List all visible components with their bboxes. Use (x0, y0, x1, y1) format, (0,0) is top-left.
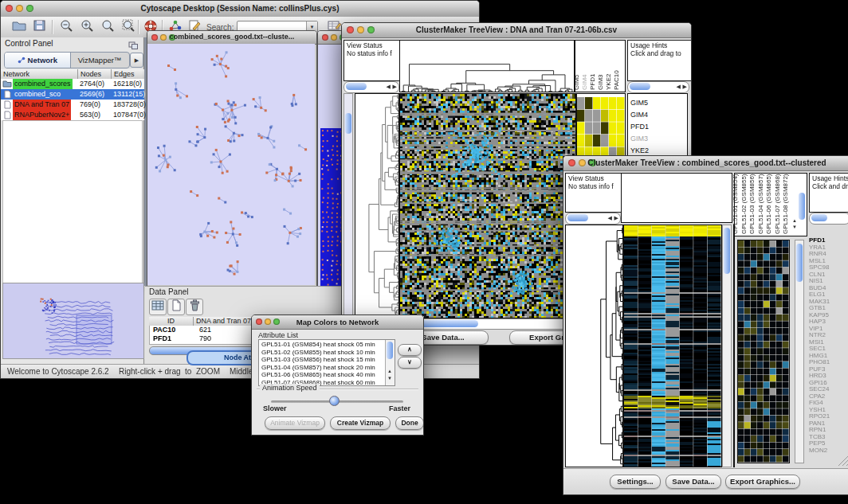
attribute-grid-icon[interactable] (149, 299, 167, 315)
scroll-right-icon[interactable]: ▶ (393, 83, 397, 91)
animate-vizmap-button[interactable]: Animate Vizmap (265, 416, 325, 430)
scroll-left-icon[interactable]: ◀ (677, 83, 681, 91)
attribute-item[interactable]: GPL51-04 (GSM857) heat shock 20 min (259, 364, 383, 372)
column-label[interactable]: GPL51-02 (GSM855) (740, 174, 748, 234)
column-label[interactable]: GPL51-08 (GSM872) (782, 174, 789, 234)
divider (733, 225, 735, 467)
network-canvas[interactable] (147, 44, 315, 285)
left-vscrollbar[interactable] (344, 93, 353, 317)
scroll-thumb[interactable] (387, 342, 393, 359)
scroll-thumb[interactable] (799, 193, 805, 220)
column-labels: ▲ ▼ GPL51-01 (GSM854)GPL51-02 (GSM855)GP… (734, 173, 807, 236)
delete-attribute-icon[interactable] (186, 299, 203, 315)
zoom-heatmap[interactable] (737, 240, 790, 463)
slider-thumb[interactable] (329, 396, 340, 406)
zoom-fit-icon[interactable] (120, 19, 138, 35)
col-header-network[interactable]: Network (1, 69, 78, 79)
minimize-icon[interactable] (331, 34, 337, 41)
network-canvas-2[interactable] (320, 128, 341, 287)
zoom-out-icon[interactable] (58, 19, 76, 35)
save-icon[interactable] (31, 19, 49, 35)
network-list-row[interactable]: combined_sco2569(6)13112(15) (1, 89, 144, 100)
scroll-thumb[interactable] (345, 113, 351, 134)
network-overview-thumbnail[interactable] (2, 283, 144, 359)
scroll-down-icon[interactable]: ▼ (387, 376, 392, 381)
treeview2-titlebar[interactable]: ClusterMaker TreeView : combined_scores_… (563, 156, 848, 171)
labels-hscrollbar[interactable] (809, 213, 848, 225)
tab-network[interactable]: Network (5, 53, 71, 68)
done-button[interactable]: Done (395, 416, 424, 430)
open-file-icon[interactable] (10, 19, 28, 35)
attribute-item[interactable]: GPL51-03 (GSM856) heat shock 15 min (259, 356, 383, 364)
col-header-nodes[interactable]: Nodes (78, 69, 112, 79)
treeview1-titlebar[interactable]: ClusterMaker TreeView : DNA and Tran 07-… (342, 23, 691, 38)
view-status-hscrollbar[interactable]: ◀▶ (565, 213, 621, 225)
move-down-button[interactable]: ∨ (398, 357, 422, 369)
column-dendrogram[interactable] (399, 40, 575, 92)
global-heatmap[interactable] (399, 93, 576, 318)
scroll-right-icon[interactable]: ▶ (683, 83, 687, 91)
tabs-overflow-button[interactable]: ▶ (130, 53, 143, 68)
view-status-hscrollbar[interactable]: ◀▶ (344, 81, 399, 93)
settings-button[interactable]: Settings... (610, 475, 661, 489)
gene-label[interactable]: GIM4 (630, 109, 687, 121)
scroll-left-icon[interactable]: ◀ (608, 214, 612, 222)
column-label[interactable]: GPL51-07 (GSM868) (774, 174, 781, 234)
global-heatmap[interactable] (623, 225, 722, 467)
export-graphics-button[interactable]: Export Graphics... (725, 475, 800, 489)
heatmap-vscrollbar[interactable] (722, 225, 732, 467)
network-list-row[interactable]: RNAPuberNov2+563(0)107847(0) (1, 110, 144, 120)
main-titlebar[interactable]: Cytoscape Desktop (Session Name: collins… (1, 1, 479, 18)
scroll-thumb[interactable] (567, 214, 588, 221)
create-attribute-icon[interactable] (167, 299, 185, 315)
gene-label[interactable]: MON2 (809, 447, 848, 455)
scroll-thumb[interactable] (796, 244, 803, 282)
scroll-down-icon[interactable]: ▼ (792, 225, 797, 230)
network-list-row[interactable]: combined_scores2764(0)16218(0) (1, 79, 144, 89)
column-label[interactable]: GIM3 (597, 74, 604, 90)
save-data-button[interactable]: Save Data... (665, 475, 721, 489)
labels-hscrollbar[interactable]: ◀▶ (627, 81, 689, 93)
row-dendrogram[interactable] (565, 225, 623, 467)
col-header-id[interactable]: ID (149, 317, 194, 326)
attribute-item[interactable]: GPL51-01 (GSM854) heat shock 05 min (259, 341, 383, 349)
column-dendrogram-panel[interactable] (621, 173, 732, 223)
row-dendrogram[interactable] (355, 93, 399, 318)
attribute-item[interactable]: GPL51-06 (GSM865) heat shock 40 min (259, 371, 383, 379)
scroll-thumb[interactable] (724, 228, 730, 274)
column-label[interactable]: GIM4 (581, 74, 588, 90)
float-panel-icon[interactable] (128, 39, 139, 53)
tab-vizmapper[interactable]: VizMapper™ (70, 53, 129, 68)
scroll-thumb[interactable] (811, 214, 827, 221)
column-label[interactable]: PAC10 (613, 70, 620, 90)
zoom-selected-icon[interactable] (100, 19, 117, 35)
scroll-up-icon[interactable]: ▲ (387, 369, 392, 373)
attribute-item[interactable]: GPL51-02 (GSM855) heat shock 10 min (259, 349, 383, 357)
scroll-up-icon[interactable]: ▲ (792, 218, 797, 224)
column-label[interactable]: PFD1 (589, 74, 596, 90)
close-icon[interactable] (322, 34, 328, 41)
zoom-in-icon[interactable] (79, 19, 96, 35)
column-label[interactable]: GPL51-03 (GSM856) (748, 174, 756, 234)
create-vizmap-button[interactable]: Create Vizmap (330, 416, 391, 430)
network-frame-titlebar[interactable]: combined_scores_good.txt--cluste... (147, 31, 316, 45)
attribute-list[interactable]: GPL51-01 (GSM854) heat shock 05 minGPL51… (258, 339, 395, 386)
gene-label[interactable]: GIM3 (630, 133, 687, 145)
scroll-left-icon[interactable]: ◀ (387, 83, 391, 91)
scroll-thumb[interactable] (346, 83, 367, 90)
network-list-row[interactable]: DNA and Tran 07769(0)183728(0) (1, 100, 144, 110)
zoom-vscrollbar[interactable] (795, 240, 804, 463)
scroll-right-icon[interactable]: ▶ (614, 214, 618, 222)
attribute-list-vscrollbar[interactable]: ▲ ▼ (385, 340, 395, 385)
network-table-header: Network Nodes Edges (1, 69, 144, 79)
column-label[interactable]: GPL51-06 (GSM865) (765, 174, 772, 234)
scroll-thumb[interactable] (630, 83, 650, 90)
col-header-edges[interactable]: Edges (112, 69, 144, 79)
dialog-titlebar[interactable]: Map Colors to Network (252, 315, 423, 330)
gene-label[interactable]: PFD1 (630, 121, 687, 133)
column-label[interactable]: GIM5 (573, 74, 580, 90)
column-label[interactable]: YKE2 (605, 74, 612, 90)
column-label[interactable]: GPL51-04 (GSM857) (757, 174, 764, 234)
move-up-button[interactable]: ∧ (398, 344, 422, 356)
gene-label[interactable]: GIM5 (630, 97, 687, 109)
